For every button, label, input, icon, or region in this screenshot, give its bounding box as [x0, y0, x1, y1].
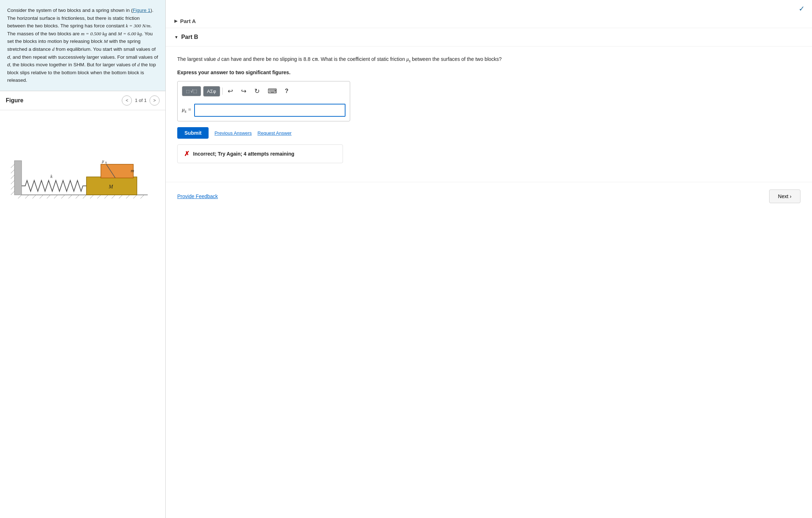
greek-label: ΑΣφ — [207, 89, 216, 94]
svg-line-25 — [11, 191, 14, 195]
toolbar-separator — [222, 88, 223, 95]
svg-rect-19 — [14, 161, 22, 195]
d-italic: d — [137, 62, 140, 67]
svg-line-4 — [40, 195, 43, 198]
svg-line-10 — [83, 195, 86, 198]
svg-line-5 — [47, 195, 50, 198]
block-m-rect — [101, 164, 133, 178]
redo-button[interactable]: ↪ — [238, 86, 249, 97]
sqrt-icon: √⬚ — [191, 89, 197, 94]
svg-line-22 — [11, 175, 14, 179]
input-label: μs = — [182, 107, 191, 114]
right-panel: ✓ ▶ Part A ▼ Part B The largest value d … — [166, 0, 812, 518]
previous-answers-button[interactable]: Previous Answers — [214, 130, 251, 136]
part-b-content: The largest value d can have and there b… — [166, 46, 812, 175]
provide-feedback-button[interactable]: Provide Feedback — [177, 193, 218, 199]
part-a-label: Part A — [180, 18, 196, 24]
M-label: M — [108, 184, 113, 189]
submit-button[interactable]: Submit — [177, 127, 209, 139]
svg-line-3 — [32, 195, 36, 198]
checkmark-icon: ✓ — [799, 4, 805, 13]
figure-prev-btn[interactable]: < — [122, 95, 132, 106]
svg-line-13 — [104, 195, 108, 198]
answer-box: ⬚ √⬚ ΑΣφ ↩ ↪ ↻ ⌨ ? μs = — [177, 81, 350, 121]
figure-nav: < 1 of 1 > — [122, 95, 160, 106]
svg-line-16 — [126, 195, 130, 198]
part-b-arrow-icon: ▼ — [174, 35, 178, 39]
next-label: Next — [778, 193, 789, 199]
question-text: The largest value d can have and there b… — [177, 55, 800, 64]
mu-s-label: μ — [102, 158, 104, 164]
answer-input[interactable] — [194, 104, 345, 117]
svg-line-24 — [11, 186, 14, 189]
action-row: Submit Previous Answers Request Answer — [177, 127, 800, 139]
svg-line-6 — [54, 195, 58, 198]
formula-icon: ⬚ — [186, 89, 189, 94]
svg-line-8 — [68, 195, 72, 198]
next-button[interactable]: Next › — [769, 189, 800, 203]
svg-line-9 — [76, 195, 79, 198]
figure-link[interactable]: Figure 1 — [133, 8, 151, 13]
formula-button[interactable]: ⬚ √⬚ — [182, 86, 201, 96]
incorrect-message: Incorrect; Try Again; 4 attempts remaini… — [193, 151, 294, 157]
help-button[interactable]: ? — [282, 86, 291, 96]
part-b-section: ▼ Part B The largest value d can have an… — [166, 28, 812, 175]
svg-line-18 — [140, 195, 144, 198]
greek-button[interactable]: ΑΣφ — [203, 86, 220, 97]
m-label: m — [131, 168, 134, 173]
k-label: k — [50, 174, 53, 179]
dist-d: d — [52, 46, 55, 52]
svg-line-15 — [119, 195, 122, 198]
input-row: μs = — [182, 104, 345, 117]
bottom-bar: Provide Feedback Next › — [166, 182, 812, 210]
figure-title: Figure — [6, 97, 23, 104]
svg-line-21 — [11, 170, 14, 173]
part-b-label: Part B — [181, 34, 198, 40]
diagram-svg: k M m μ s — [11, 139, 155, 211]
svg-line-1 — [18, 195, 22, 198]
left-panel: Consider the system of two blocks and a … — [0, 0, 166, 518]
part-a-arrow-icon: ▶ — [174, 19, 177, 23]
svg-line-17 — [133, 195, 137, 198]
incorrect-x-icon: ✗ — [184, 150, 189, 158]
svg-line-7 — [61, 195, 65, 198]
toolbar: ⬚ √⬚ ΑΣφ ↩ ↪ ↻ ⌨ ? — [182, 86, 345, 99]
figure-next-btn[interactable]: > — [150, 95, 160, 106]
figure-image-area: k M m μ s — [0, 110, 165, 218]
express-label: Express your answer to two significant f… — [177, 70, 800, 75]
block-M: M — [104, 39, 108, 44]
svg-line-14 — [112, 195, 115, 198]
part-a-section: ▶ Part A — [166, 14, 812, 28]
svg-line-2 — [25, 195, 29, 198]
mu-s-subscript: s — [105, 161, 107, 164]
M-value: M = 6.00 kg — [118, 31, 142, 36]
k-value: k = 300 N/m — [126, 23, 150, 28]
request-answer-button[interactable]: Request Answer — [258, 130, 292, 136]
part-b-header[interactable]: ▼ Part B — [166, 28, 812, 46]
next-arrow-icon: › — [790, 193, 791, 199]
m-value: m = 0.500 kg — [81, 31, 107, 36]
problem-text-box: Consider the system of two blocks and a … — [0, 0, 165, 91]
figure-section: Figure < 1 of 1 > — [0, 91, 165, 518]
figure-counter: 1 of 1 — [135, 98, 147, 103]
svg-line-11 — [90, 195, 94, 198]
incorrect-box: ✗ Incorrect; Try Again; 4 attempts remai… — [177, 144, 343, 163]
part-a-header[interactable]: ▶ Part A — [166, 14, 812, 28]
figure-header: Figure < 1 of 1 > — [0, 91, 165, 110]
undo-button[interactable]: ↩ — [225, 86, 236, 97]
svg-line-20 — [11, 164, 14, 168]
svg-line-23 — [11, 180, 14, 184]
svg-line-12 — [97, 195, 101, 198]
refresh-button[interactable]: ↻ — [251, 86, 263, 97]
keyboard-button[interactable]: ⌨ — [265, 86, 280, 97]
